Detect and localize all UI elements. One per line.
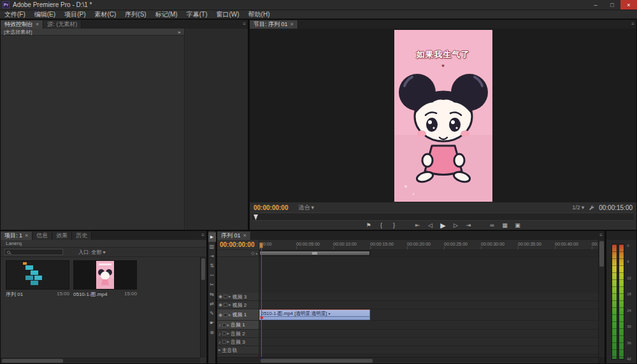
panel-menu-icon[interactable]: ≡ <box>599 233 603 238</box>
chevron-right-icon[interactable]: ▸ <box>227 323 230 328</box>
close-icon[interactable]: × <box>290 22 294 27</box>
timeline-ruler[interactable]: 00:00 00:00:05:00 00:00:10:00 00:00:15:0… <box>259 240 598 250</box>
safe-margins-button[interactable]: ▦ <box>501 222 508 228</box>
tool-pen[interactable]: ✎ <box>208 309 216 318</box>
add-marker-button[interactable]: ⚑ <box>365 222 372 228</box>
set-marker-icon[interactable]: ▪ <box>256 251 257 256</box>
search-input[interactable] <box>4 249 63 255</box>
go-to-in-button[interactable]: ⇤ <box>414 222 421 228</box>
timeline-clip[interactable]: 0510-1-图.mp4 [透明度:透明度] ▾ <box>259 309 370 320</box>
fit-dropdown[interactable]: 适合 ▾ <box>298 204 314 212</box>
timeline-current-timecode[interactable]: 00:00:00:00 <box>218 241 254 248</box>
tab-project[interactable]: 项目: 1 × <box>1 232 32 240</box>
tab-program-sequence[interactable]: 节目: 序列 01 × <box>250 20 298 29</box>
audio-track-3-lane[interactable] <box>259 338 598 346</box>
close-button[interactable]: × <box>620 0 637 10</box>
video-track-2-lane[interactable] <box>259 301 598 309</box>
tool-zoom[interactable]: ⊕ <box>208 328 216 337</box>
tab-history[interactable]: 历史 <box>72 232 92 240</box>
close-icon[interactable]: × <box>243 233 247 239</box>
lock-icon[interactable] <box>222 332 226 335</box>
tab-info[interactable]: 信息 <box>32 232 52 240</box>
work-area-track[interactable] <box>259 250 598 257</box>
export-frame-button[interactable]: ▣ <box>514 222 521 228</box>
master-track-lane[interactable] <box>259 346 598 354</box>
audio-track-1-lane[interactable] <box>259 321 598 330</box>
step-back-button[interactable]: ◁ <box>427 222 434 228</box>
project-horizontal-scrollbar[interactable] <box>1 358 200 363</box>
video-track-3-header[interactable]: ◉ ▸ 视频 3 <box>217 293 259 301</box>
timeline-empty-area[interactable] <box>259 257 598 293</box>
work-area-bar[interactable] <box>259 251 370 256</box>
menu-clip[interactable]: 素材(C) <box>90 10 120 18</box>
tab-source-monitor[interactable]: 源: (无素材) <box>43 20 82 29</box>
mark-out-button[interactable]: } <box>390 222 397 228</box>
scrollbar-thumb[interactable] <box>599 241 604 267</box>
clip-thumbnail[interactable] <box>73 260 137 290</box>
tab-effect-controls[interactable]: 特效控制台 × <box>1 20 43 29</box>
speaker-icon[interactable]: ♪ <box>218 340 221 344</box>
go-to-out-button[interactable]: ⇥ <box>465 222 472 228</box>
scrollbar-thumb[interactable] <box>201 258 205 280</box>
sequence-thumbnail[interactable] <box>6 260 69 290</box>
menu-window[interactable]: 窗口(W) <box>211 10 243 18</box>
video-track-1-lane[interactable]: 0510-1-图.mp4 [透明度:透明度] ▾ <box>259 309 598 321</box>
lock-icon[interactable] <box>222 323 226 327</box>
menu-file[interactable]: 文件(F) <box>0 10 30 18</box>
audio-track-2-header[interactable]: ♪ ▸ 音频 2 <box>217 330 259 338</box>
tool-ripple-edit[interactable]: ⇥ <box>208 251 216 261</box>
close-icon[interactable]: × <box>25 233 28 239</box>
settings-wrench-icon[interactable] <box>589 205 594 211</box>
tool-razor[interactable]: ✂ <box>208 280 216 290</box>
chevron-right-icon[interactable]: ▸ <box>218 347 221 353</box>
timeline-vertical-scrollbar[interactable] <box>598 240 605 357</box>
mark-in-button[interactable]: { <box>378 222 385 228</box>
panel-menu-icon[interactable]: ≡ <box>631 22 634 27</box>
chevron-right-icon[interactable]: ▸ <box>229 312 231 318</box>
opacity-rubber-band[interactable] <box>260 316 369 317</box>
menu-title[interactable]: 字幕(T) <box>182 10 212 18</box>
eye-icon[interactable]: ◉ <box>218 294 222 299</box>
tool-track-select[interactable]: ▥ <box>208 242 216 251</box>
step-forward-button[interactable]: ▷ <box>452 222 459 228</box>
menu-help[interactable]: 帮助(H) <box>244 10 275 18</box>
tool-slide[interactable]: ⇄ <box>208 299 216 309</box>
resolution-dropdown[interactable]: 1/2 ▾ <box>572 204 584 211</box>
chevron-right-icon[interactable]: ▸ <box>229 294 231 299</box>
lock-icon[interactable] <box>224 313 227 317</box>
scrubber-playhead[interactable] <box>254 214 258 220</box>
lock-icon[interactable] <box>222 340 226 344</box>
chevron-right-icon[interactable]: ▸ <box>229 302 231 307</box>
tab-sequence-01[interactable]: 序列 01 × <box>217 232 251 240</box>
tool-rolling-edit[interactable]: ⇅ <box>208 261 216 270</box>
video-track-3-lane[interactable] <box>259 293 598 301</box>
tab-effects[interactable]: 效果 <box>52 232 72 240</box>
eye-icon[interactable]: ◉ <box>218 312 222 318</box>
menu-edit[interactable]: 编辑(E) <box>30 10 60 18</box>
panel-menu-icon[interactable]: ≡ <box>243 22 246 27</box>
scrollbar-thumb[interactable] <box>2 359 63 363</box>
maximize-button[interactable]: □ <box>604 0 620 10</box>
eye-icon[interactable]: ◉ <box>218 302 222 307</box>
playhead-line[interactable] <box>261 248 262 357</box>
loop-button[interactable]: ∞ <box>489 222 496 228</box>
timeline-horizontal-scrollbar[interactable] <box>217 357 598 363</box>
audio-track-2-lane[interactable] <box>259 330 598 338</box>
program-scrubber[interactable] <box>252 213 634 221</box>
list-item-clip[interactable]: 0510-1-图.mp4 15:00 <box>73 260 137 298</box>
tool-selection[interactable]: ► <box>208 232 216 242</box>
panel-menu-icon[interactable]: ≡ <box>201 233 204 238</box>
chevron-right-icon[interactable]: ▸ <box>227 339 230 344</box>
project-vertical-scrollbar[interactable] <box>200 257 206 358</box>
menu-marker[interactable]: 标记(M) <box>151 10 182 18</box>
scrollbar-thumb[interactable] <box>261 359 373 363</box>
menu-sequence[interactable]: 序列(S) <box>120 10 150 18</box>
lock-icon[interactable] <box>224 303 227 307</box>
snap-icon[interactable]: ◇ <box>251 251 254 256</box>
playhead-handle[interactable] <box>259 242 263 248</box>
menu-project[interactable]: 项目(P) <box>60 10 90 18</box>
lock-icon[interactable] <box>224 295 227 298</box>
master-track-header[interactable]: ▸ 主音轨 <box>217 346 259 354</box>
tool-hand[interactable]: ☛ <box>208 318 216 328</box>
list-item-sequence[interactable]: 序列 01 15:00 <box>6 260 69 298</box>
